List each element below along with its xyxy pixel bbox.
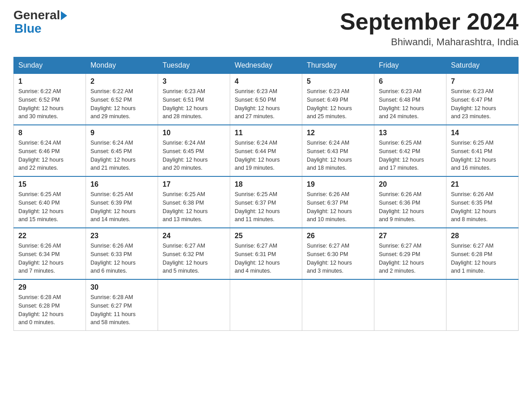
day-info: Sunrise: 6:25 AM Sunset: 6:41 PM Dayligh… [451, 139, 514, 172]
day-number: 7 [451, 77, 514, 86]
table-row: 7 Sunrise: 6:23 AM Sunset: 6:47 PM Dayli… [446, 73, 519, 125]
day-number: 17 [163, 180, 225, 188]
day-info: Sunrise: 6:27 AM Sunset: 6:31 PM Dayligh… [235, 242, 297, 275]
day-info: Sunrise: 6:23 AM Sunset: 6:48 PM Dayligh… [379, 87, 442, 121]
table-row: 24 Sunrise: 6:27 AM Sunset: 6:32 PM Dayl… [158, 228, 230, 279]
logo-general: General [13, 9, 60, 21]
day-info: Sunrise: 6:25 AM Sunset: 6:39 PM Dayligh… [90, 190, 153, 224]
calendar-week-row: 22 Sunrise: 6:26 AM Sunset: 6:34 PM Dayl… [14, 228, 519, 279]
day-info: Sunrise: 6:24 AM Sunset: 6:44 PM Dayligh… [235, 139, 297, 172]
header-saturday: Saturday [446, 57, 519, 73]
logo-triangle-icon [61, 11, 67, 20]
table-row: 3 Sunrise: 6:23 AM Sunset: 6:51 PM Dayli… [158, 73, 230, 125]
header-tuesday: Tuesday [158, 57, 230, 73]
table-row [302, 279, 374, 331]
calendar-week-row: 8 Sunrise: 6:24 AM Sunset: 6:46 PM Dayli… [14, 125, 519, 176]
day-number: 26 [307, 232, 369, 240]
table-row: 27 Sunrise: 6:27 AM Sunset: 6:29 PM Dayl… [374, 228, 446, 279]
table-row: 20 Sunrise: 6:26 AM Sunset: 6:36 PM Dayl… [374, 176, 446, 228]
day-number: 19 [307, 180, 369, 188]
day-info: Sunrise: 6:23 AM Sunset: 6:49 PM Dayligh… [307, 87, 369, 121]
day-number: 14 [451, 129, 514, 137]
header-sunday: Sunday [14, 57, 86, 73]
table-row: 26 Sunrise: 6:27 AM Sunset: 6:30 PM Dayl… [302, 228, 374, 279]
day-number: 5 [307, 77, 369, 86]
day-number: 8 [18, 129, 81, 137]
day-number: 18 [235, 180, 297, 188]
day-info: Sunrise: 6:27 AM Sunset: 6:29 PM Dayligh… [379, 242, 442, 275]
day-info: Sunrise: 6:25 AM Sunset: 6:40 PM Dayligh… [18, 190, 81, 224]
day-info: Sunrise: 6:25 AM Sunset: 6:38 PM Dayligh… [163, 190, 225, 224]
day-number: 1 [18, 77, 81, 86]
table-row: 13 Sunrise: 6:25 AM Sunset: 6:42 PM Dayl… [374, 125, 446, 176]
table-row: 25 Sunrise: 6:27 AM Sunset: 6:31 PM Dayl… [230, 228, 302, 279]
day-info: Sunrise: 6:23 AM Sunset: 6:51 PM Dayligh… [163, 87, 225, 121]
day-info: Sunrise: 6:26 AM Sunset: 6:34 PM Dayligh… [18, 242, 81, 275]
table-row: 8 Sunrise: 6:24 AM Sunset: 6:46 PM Dayli… [14, 125, 86, 176]
table-row: 18 Sunrise: 6:25 AM Sunset: 6:37 PM Dayl… [230, 176, 302, 228]
table-row: 11 Sunrise: 6:24 AM Sunset: 6:44 PM Dayl… [230, 125, 302, 176]
table-row: 2 Sunrise: 6:22 AM Sunset: 6:52 PM Dayli… [86, 73, 158, 125]
table-row: 5 Sunrise: 6:23 AM Sunset: 6:49 PM Dayli… [302, 73, 374, 125]
day-number: 20 [379, 180, 442, 188]
day-info: Sunrise: 6:23 AM Sunset: 6:47 PM Dayligh… [451, 87, 514, 121]
day-number: 16 [90, 180, 153, 188]
day-info: Sunrise: 6:27 AM Sunset: 6:30 PM Dayligh… [307, 242, 369, 275]
day-info: Sunrise: 6:24 AM Sunset: 6:43 PM Dayligh… [307, 139, 369, 172]
header-thursday: Thursday [302, 57, 374, 73]
table-row: 9 Sunrise: 6:24 AM Sunset: 6:45 PM Dayli… [86, 125, 158, 176]
table-row: 15 Sunrise: 6:25 AM Sunset: 6:40 PM Dayl… [14, 176, 86, 228]
table-row: 23 Sunrise: 6:26 AM Sunset: 6:33 PM Dayl… [86, 228, 158, 279]
table-row: 14 Sunrise: 6:25 AM Sunset: 6:41 PM Dayl… [446, 125, 519, 176]
table-row: 30 Sunrise: 6:28 AM Sunset: 6:27 PM Dayl… [86, 279, 158, 331]
calendar-header-row: Sunday Monday Tuesday Wednesday Thursday… [14, 57, 519, 73]
table-row [158, 279, 230, 331]
day-info: Sunrise: 6:27 AM Sunset: 6:32 PM Dayligh… [163, 242, 225, 275]
table-row [230, 279, 302, 331]
table-row [374, 279, 446, 331]
logo: General Blue [13, 9, 67, 36]
table-row [446, 279, 519, 331]
day-info: Sunrise: 6:23 AM Sunset: 6:50 PM Dayligh… [235, 87, 297, 121]
day-info: Sunrise: 6:28 AM Sunset: 6:28 PM Dayligh… [18, 293, 81, 327]
day-info: Sunrise: 6:27 AM Sunset: 6:28 PM Dayligh… [451, 242, 514, 275]
day-info: Sunrise: 6:26 AM Sunset: 6:33 PM Dayligh… [90, 242, 153, 275]
day-number: 22 [18, 232, 81, 240]
day-info: Sunrise: 6:22 AM Sunset: 6:52 PM Dayligh… [90, 87, 153, 121]
day-info: Sunrise: 6:26 AM Sunset: 6:35 PM Dayligh… [451, 190, 514, 224]
day-info: Sunrise: 6:25 AM Sunset: 6:37 PM Dayligh… [235, 190, 297, 224]
day-number: 27 [379, 232, 442, 240]
day-number: 24 [163, 232, 225, 240]
header-wednesday: Wednesday [230, 57, 302, 73]
day-number: 2 [90, 77, 153, 86]
table-row: 28 Sunrise: 6:27 AM Sunset: 6:28 PM Dayl… [446, 228, 519, 279]
table-row: 10 Sunrise: 6:24 AM Sunset: 6:45 PM Dayl… [158, 125, 230, 176]
day-number: 15 [18, 180, 81, 188]
table-row: 16 Sunrise: 6:25 AM Sunset: 6:39 PM Dayl… [86, 176, 158, 228]
day-number: 23 [90, 232, 153, 240]
day-info: Sunrise: 6:28 AM Sunset: 6:27 PM Dayligh… [90, 293, 153, 327]
calendar-week-row: 29 Sunrise: 6:28 AM Sunset: 6:28 PM Dayl… [14, 279, 519, 331]
day-info: Sunrise: 6:24 AM Sunset: 6:45 PM Dayligh… [163, 139, 225, 172]
day-number: 12 [307, 129, 369, 137]
day-number: 4 [235, 77, 297, 86]
day-number: 3 [163, 77, 225, 86]
day-number: 21 [451, 180, 514, 188]
day-number: 11 [235, 129, 297, 137]
day-number: 25 [235, 232, 297, 240]
day-number: 6 [379, 77, 442, 86]
table-row: 21 Sunrise: 6:26 AM Sunset: 6:35 PM Dayl… [446, 176, 519, 228]
table-row: 22 Sunrise: 6:26 AM Sunset: 6:34 PM Dayl… [14, 228, 86, 279]
calendar-table: Sunday Monday Tuesday Wednesday Thursday… [13, 57, 519, 331]
day-info: Sunrise: 6:24 AM Sunset: 6:45 PM Dayligh… [90, 139, 153, 172]
day-info: Sunrise: 6:24 AM Sunset: 6:46 PM Dayligh… [18, 139, 81, 172]
calendar-week-row: 1 Sunrise: 6:22 AM Sunset: 6:52 PM Dayli… [14, 73, 519, 125]
table-row: 1 Sunrise: 6:22 AM Sunset: 6:52 PM Dayli… [14, 73, 86, 125]
logo-blue: Blue [14, 21, 42, 35]
table-row: 6 Sunrise: 6:23 AM Sunset: 6:48 PM Dayli… [374, 73, 446, 125]
day-number: 9 [90, 129, 153, 137]
title-block: September 2024 Bhiwandi, Maharashtra, In… [340, 9, 519, 48]
table-row: 19 Sunrise: 6:26 AM Sunset: 6:37 PM Dayl… [302, 176, 374, 228]
table-row: 4 Sunrise: 6:23 AM Sunset: 6:50 PM Dayli… [230, 73, 302, 125]
location-subtitle: Bhiwandi, Maharashtra, India [340, 36, 519, 48]
